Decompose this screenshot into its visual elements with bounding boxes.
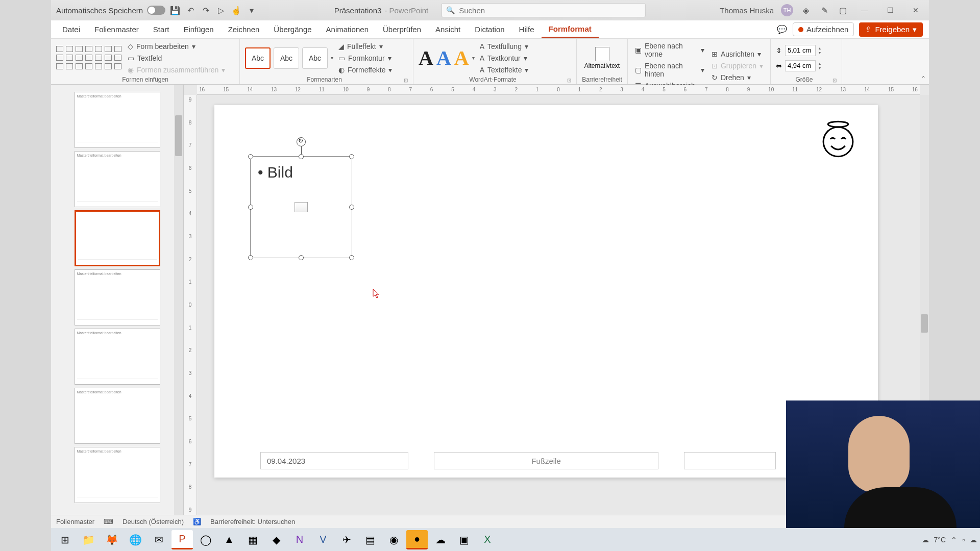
dialog-launcher-icon[interactable]: ⊡ (832, 78, 837, 83)
status-language[interactable]: Deutsch (Österreich) (122, 518, 184, 525)
tray-chevron-icon[interactable]: ⌃ (951, 536, 957, 544)
collapse-ribbon-icon[interactable]: ⌃ (921, 75, 926, 82)
tab-einfuegen[interactable]: Einfügen (176, 20, 220, 38)
tab-ansicht[interactable]: Ansicht (428, 20, 468, 38)
search-box[interactable]: 🔍 (442, 3, 646, 17)
text-fill-button[interactable]: ATextfüllung ▾ (478, 41, 531, 52)
outline-button[interactable]: ▭Formkontur ▾ (336, 53, 394, 63)
explorer-icon[interactable]: 📁 (78, 530, 99, 549)
record-button[interactable]: Aufzeichnen (793, 22, 854, 36)
wordart-style-3[interactable]: A (454, 46, 469, 70)
height-spinner[interactable]: ▴▾ (819, 46, 821, 55)
app-icon[interactable]: ▣ (453, 530, 475, 549)
start-button[interactable]: ⊞ (54, 530, 76, 549)
smiley-icon[interactable] (819, 120, 857, 159)
discord-icon[interactable]: ☁ (430, 530, 451, 549)
share-button[interactable]: ⇪ Freigeben ▾ (859, 22, 923, 37)
resize-handle-w[interactable] (248, 205, 253, 210)
onenote-icon[interactable]: N (289, 530, 310, 549)
layout-thumbnail[interactable]: Mastertitelformat bearbeiten (75, 92, 160, 148)
bring-forward-button[interactable]: ▣Ebene nach vorne ▾ (633, 41, 706, 59)
tab-formformat[interactable]: Formformat (542, 20, 599, 38)
layout-thumbnail[interactable]: Mastertitelformat bearbeiten (75, 447, 160, 503)
temperature[interactable]: 7°C (934, 536, 946, 544)
pen-icon[interactable]: ✎ (819, 5, 830, 16)
comments-icon[interactable]: 💬 (776, 24, 788, 35)
thumbnail-pane[interactable]: Mastertitelformat bearbeiten Mastertitel… (51, 85, 184, 515)
vlc-icon[interactable]: ▲ (218, 530, 240, 549)
app-icon[interactable]: ▦ (242, 530, 263, 549)
tab-uebergaenge[interactable]: Übergänge (266, 20, 318, 38)
outlook-icon[interactable]: ✉ (148, 530, 169, 549)
excel-icon[interactable]: X (477, 530, 498, 549)
resize-handle-e[interactable] (349, 205, 354, 210)
resize-handle-sw[interactable] (248, 255, 253, 260)
tray-icon[interactable]: ▫ (962, 536, 965, 544)
tab-animationen[interactable]: Animationen (319, 20, 376, 38)
selected-placeholder[interactable]: Bild (250, 156, 352, 258)
style-preset-3[interactable]: Abc (302, 47, 328, 69)
qat-dropdown-icon[interactable]: ▾ (246, 5, 257, 16)
style-preset-2[interactable]: Abc (274, 47, 299, 69)
align-button[interactable]: ⊞Ausrichten ▾ (709, 49, 765, 59)
tab-ueberpruefen[interactable]: Überprüfen (376, 20, 428, 38)
resize-handle-s[interactable] (299, 255, 304, 260)
app-icon[interactable]: ● (406, 530, 428, 549)
minimize-button[interactable]: — (855, 2, 874, 18)
style-preset-1[interactable]: Abc (245, 47, 271, 69)
wordart-style-1[interactable]: A (419, 46, 433, 70)
rotate-button[interactable]: ↻Drehen ▾ (709, 72, 765, 83)
text-outline-button[interactable]: ATextkontur ▾ (478, 53, 531, 63)
status-accessibility[interactable]: Barrierefreiheit: Untersuchen (210, 518, 295, 525)
rotate-handle[interactable] (297, 137, 306, 146)
resize-handle-ne[interactable] (349, 154, 354, 159)
firefox-icon[interactable]: 🦊 (101, 530, 122, 549)
height-input[interactable] (785, 45, 816, 56)
resize-handle-se[interactable] (349, 255, 354, 260)
layout-thumbnail[interactable]: Mastertitelformat bearbeiten (75, 329, 160, 385)
gallery-more-icon[interactable]: ▾ (331, 55, 333, 61)
footer-center[interactable]: Fußzeile (434, 452, 658, 469)
from-beginning-icon[interactable]: ▷ (215, 5, 227, 16)
status-mode[interactable]: Folienmaster (56, 518, 94, 525)
shape-gallery[interactable] (56, 46, 122, 70)
app-icon[interactable]: ◯ (195, 530, 216, 549)
layout-thumbnail-selected[interactable] (75, 210, 160, 266)
textbox-button[interactable]: ▭Textfeld (126, 53, 227, 63)
alt-text-button[interactable]: Alternativtext (582, 47, 622, 69)
powerpoint-icon[interactable]: P (172, 530, 193, 549)
visio-icon[interactable]: V (312, 530, 334, 549)
search-input[interactable] (459, 6, 641, 15)
placeholder-text[interactable]: Bild (258, 164, 293, 181)
footer-number[interactable] (684, 452, 776, 469)
layout-thumbnail[interactable]: Mastertitelformat bearbeiten (75, 269, 160, 325)
slide-canvas[interactable]: Bild 09.04.2023 Fußzeile (214, 105, 878, 478)
width-input[interactable] (785, 60, 816, 71)
tab-start[interactable]: Start (146, 20, 177, 38)
window-mode-icon[interactable]: ▢ (837, 5, 848, 16)
undo-icon[interactable]: ↶ (185, 5, 196, 16)
user-avatar[interactable]: TH (781, 4, 793, 16)
dialog-launcher-icon[interactable]: ⊡ (404, 78, 408, 83)
footer-date[interactable]: 09.04.2023 (260, 452, 408, 469)
layout-thumbnail[interactable]: Mastertitelformat bearbeiten (75, 388, 160, 444)
tray-icon[interactable]: ☁ (970, 536, 977, 544)
picture-placeholder-icon[interactable] (295, 202, 308, 212)
dialog-launcher-icon[interactable]: ⊡ (567, 78, 571, 83)
fill-button[interactable]: ◢Fülleffekt ▾ (336, 41, 394, 52)
weather-icon[interactable]: ☁ (922, 536, 929, 544)
edit-shape-button[interactable]: ◇Form bearbeiten ▾ (126, 41, 227, 52)
tab-zeichnen[interactable]: Zeichnen (221, 20, 267, 38)
send-backward-button[interactable]: ▢Ebene nach hinten ▾ (633, 61, 706, 79)
wordart-more-icon[interactable]: ▾ (472, 55, 475, 61)
tab-hilfe[interactable]: Hilfe (512, 20, 542, 38)
save-icon[interactable]: 💾 (169, 5, 181, 16)
chrome-icon[interactable]: 🌐 (125, 530, 146, 549)
obs-icon[interactable]: ◉ (383, 530, 404, 549)
redo-icon[interactable]: ↷ (200, 5, 211, 16)
close-button[interactable]: ✕ (906, 2, 925, 18)
thumbnail-scrollbar[interactable] (174, 85, 183, 515)
width-spinner[interactable]: ▴▾ (819, 61, 821, 70)
layout-thumbnail[interactable]: Mastertitelformat bearbeiten (75, 151, 160, 207)
wordart-style-2[interactable]: A (436, 46, 451, 70)
